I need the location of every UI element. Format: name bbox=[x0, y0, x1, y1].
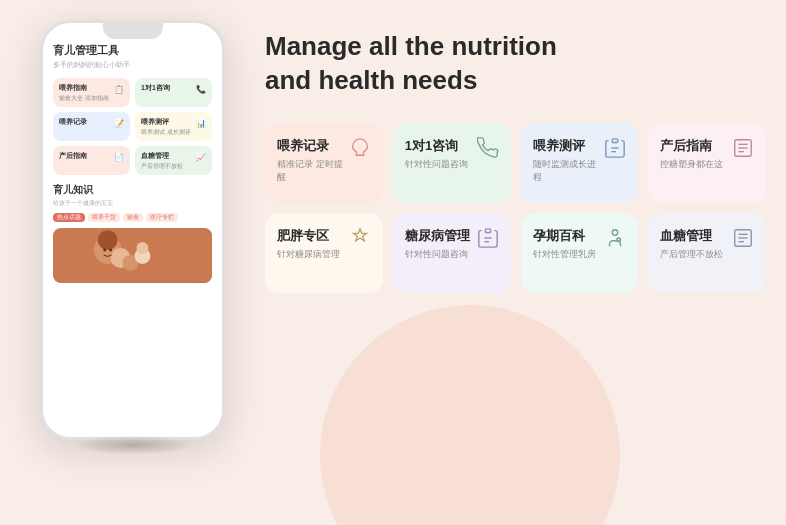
feature-card-postnatal-guide[interactable]: 产后指南 控糖塑身都在这 bbox=[648, 123, 766, 203]
feature-card-blood-sugar[interactable]: 血糖管理 产后管理不放松 bbox=[648, 213, 766, 293]
phone-shadow bbox=[73, 435, 193, 455]
phone-card-1-title: 1对1咨询 bbox=[141, 83, 170, 93]
card-top-3: 产后指南 控糖塑身都在这 bbox=[660, 137, 754, 171]
phone-card-0: 喂养指南 📋 辅食大全 添加指南 bbox=[53, 78, 130, 107]
phone-card-1: 1对1咨询 📞 bbox=[135, 78, 212, 107]
feature-card-obesity[interactable]: 肥胖专区 针对糖尿病管理 bbox=[265, 213, 383, 293]
feature-card-diabetes[interactable]: 糖尿病管理 针对性问题咨询 bbox=[393, 213, 511, 293]
blood-sugar-icon bbox=[732, 227, 754, 254]
phone-article-image bbox=[53, 228, 212, 283]
card-title-6: 孕期百科 针对性管理乳房 bbox=[533, 227, 596, 261]
phone-tag-2[interactable]: 辅食 bbox=[123, 213, 143, 222]
card-title-4: 肥胖专区 针对糖尿病管理 bbox=[277, 227, 340, 261]
phone-card-5-title: 血糖管理 bbox=[141, 151, 169, 161]
svg-point-6 bbox=[136, 242, 148, 254]
phone-card-5-sub: 产后管理不放松 bbox=[141, 163, 206, 170]
postnatal-guide-icon bbox=[732, 137, 754, 164]
main-heading-line2: and health needs bbox=[265, 65, 477, 95]
phone-tag-3[interactable]: 医疗专栏 bbox=[146, 213, 178, 222]
card-top-0: 喂养记录 精准记录 定时提醒 bbox=[277, 137, 371, 184]
svg-point-20 bbox=[613, 229, 619, 235]
card-top-7: 血糖管理 产后管理不放松 bbox=[660, 227, 754, 261]
phone-card-3-title: 喂养测评 bbox=[141, 117, 169, 127]
phone-screen: 育儿管理工具 多手的妈妈的贴心小助手 喂养指南 📋 辅食大全 添加指南 1对1咨… bbox=[43, 23, 222, 437]
content-area: Manage all the nutrition and health need… bbox=[265, 30, 766, 505]
phone-card-4-title: 产后指南 bbox=[59, 151, 87, 161]
card-top-1: 1对1咨询 针对性问题咨询 bbox=[405, 137, 499, 171]
card-top-4: 肥胖专区 针对糖尿病管理 bbox=[277, 227, 371, 261]
mother-baby-illustration bbox=[53, 228, 212, 283]
phone-card-1-icon: 📞 bbox=[196, 85, 206, 94]
phone-card-2: 喂养记录 📝 bbox=[53, 112, 130, 141]
svg-point-7 bbox=[103, 249, 106, 252]
phone-tag-1[interactable]: 喂养干货 bbox=[88, 213, 120, 222]
phone-card-0-sub: 辅食大全 添加指南 bbox=[59, 95, 124, 102]
pregnancy-wiki-icon bbox=[604, 227, 626, 254]
svg-rect-17 bbox=[485, 228, 491, 232]
assessment-icon bbox=[604, 137, 626, 164]
card-title-5: 糖尿病管理 针对性问题咨询 bbox=[405, 227, 470, 261]
feature-card-assessment[interactable]: 喂养测评 随时监测成长进程 bbox=[521, 123, 639, 203]
phone-section-title: 育儿知识 bbox=[53, 183, 212, 197]
card-title-3: 产后指南 控糖塑身都在这 bbox=[660, 137, 723, 171]
phone-mockup: 育儿管理工具 多手的妈妈的贴心小助手 喂养指南 📋 辅食大全 添加指南 1对1咨… bbox=[40, 20, 225, 440]
card-title-2: 喂养测评 随时监测成长进程 bbox=[533, 137, 605, 184]
phone-card-3: 喂养测评 📊 喂养测试 成长测评 bbox=[135, 112, 212, 141]
phone-card-2-title: 喂养记录 bbox=[59, 117, 87, 127]
svg-point-2 bbox=[98, 230, 118, 250]
phone-tag-0[interactable]: 热点话题 bbox=[53, 213, 85, 222]
phone-card-grid: 喂养指南 📋 辅食大全 添加指南 1对1咨询 📞 喂养记录 📝 bbox=[53, 78, 212, 175]
feature-card-consultation[interactable]: 1对1咨询 针对性问题咨询 bbox=[393, 123, 511, 203]
feature-card-pregnancy-wiki[interactable]: 孕期百科 针对性管理乳房 bbox=[521, 213, 639, 293]
phone-tags-row: 热点话题 喂养干货 辅食 医疗专栏 bbox=[53, 213, 212, 222]
card-title-0: 喂养记录 精准记录 定时提醒 bbox=[277, 137, 349, 184]
card-top-2: 喂养测评 随时监测成长进程 bbox=[533, 137, 627, 184]
feature-card-feeding-record[interactable]: 喂养记录 精准记录 定时提醒 bbox=[265, 123, 383, 203]
obesity-icon bbox=[349, 227, 371, 254]
phone-frame: 育儿管理工具 多手的妈妈的贴心小助手 喂养指南 📋 辅食大全 添加指南 1对1咨… bbox=[40, 20, 225, 440]
card-top-6: 孕期百科 针对性管理乳房 bbox=[533, 227, 627, 261]
feature-cards-row-1: 喂养记录 精准记录 定时提醒 1对1咨询 针对性问题咨询 bbox=[265, 123, 766, 203]
diabetes-icon bbox=[477, 227, 499, 254]
main-heading-line1: Manage all the nutrition bbox=[265, 31, 557, 61]
feeding-record-icon bbox=[349, 137, 371, 164]
phone-notch bbox=[103, 23, 163, 39]
main-heading: Manage all the nutrition and health need… bbox=[265, 30, 766, 98]
feature-cards-row-2: 肥胖专区 针对糖尿病管理 糖尿病管理 针对性问题咨询 bbox=[265, 213, 766, 293]
phone-card-2-icon: 📝 bbox=[114, 119, 124, 128]
phone-card-5: 血糖管理 📈 产后管理不放松 bbox=[135, 146, 212, 175]
consultation-icon bbox=[477, 137, 499, 164]
phone-card-3-sub: 喂养测试 成长测评 bbox=[141, 129, 206, 136]
card-title-7: 血糖管理 产后管理不放松 bbox=[660, 227, 723, 261]
svg-point-8 bbox=[109, 249, 112, 252]
card-top-5: 糖尿病管理 针对性问题咨询 bbox=[405, 227, 499, 261]
phone-app-title: 育儿管理工具 bbox=[53, 43, 212, 58]
phone-card-4-icon: 📄 bbox=[114, 153, 124, 162]
phone-section-sub: 给孩子一个健康的宝宝 bbox=[53, 199, 212, 208]
svg-point-21 bbox=[617, 238, 621, 242]
phone-app-subtitle: 多手的妈妈的贴心小助手 bbox=[53, 60, 212, 70]
phone-card-0-title: 喂养指南 bbox=[59, 83, 87, 93]
phone-card-5-icon: 📈 bbox=[196, 153, 206, 162]
phone-card-3-icon: 📊 bbox=[196, 119, 206, 128]
svg-rect-10 bbox=[613, 138, 619, 142]
card-title-1: 1对1咨询 针对性问题咨询 bbox=[405, 137, 468, 171]
phone-card-4: 产后指南 📄 bbox=[53, 146, 130, 175]
phone-card-0-icon: 📋 bbox=[114, 85, 124, 94]
